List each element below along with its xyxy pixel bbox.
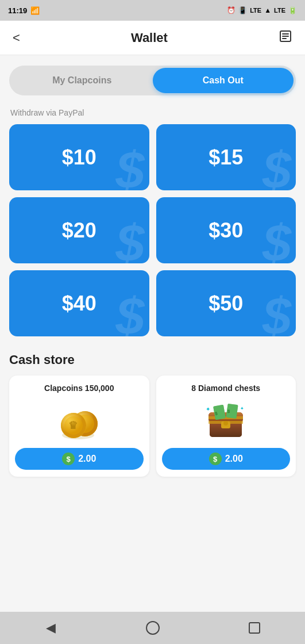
cashout-card-40[interactable]: $40 [9, 270, 149, 336]
status-icon-wave: 📶 [30, 6, 40, 15]
cashout-card-15[interactable]: $15 [156, 124, 296, 190]
status-left: 11:19 📶 [8, 6, 40, 15]
status-right: ⏰ 📳 LTE ▲ LTE 🔋 [227, 6, 297, 14]
cashout-amount-50: $50 [209, 292, 243, 316]
cash-store-title: Cash store [9, 352, 296, 367]
store-card-chests-title: 8 Diamond chests [191, 384, 260, 393]
main-content: My Clapcoins Cash Out Withdraw via PayPa… [0, 55, 305, 612]
home-nav-button[interactable] [138, 616, 167, 639]
svg-text:♛: ♛ [68, 420, 78, 431]
recent-square-icon [249, 622, 260, 634]
chests-image: $ $ ✦ ✦ [203, 400, 249, 440]
clapcoins-buy-button[interactable]: $ 2.00 [15, 448, 144, 470]
svg-text:✦: ✦ [240, 406, 244, 411]
svg-rect-17 [209, 416, 243, 419]
home-circle-icon [146, 621, 160, 635]
bottom-nav: ◀ [0, 612, 305, 644]
svg-point-19 [223, 421, 228, 425]
signal-icon: ▲ [264, 6, 271, 14]
tab-my-clapcoins[interactable]: My Clapcoins [11, 68, 153, 93]
page-title: Wallet [131, 30, 168, 45]
cashout-card-30[interactable]: $30 [156, 197, 296, 263]
dollar-icon: $ [62, 453, 75, 465]
store-card-diamond-chests: 8 Diamond chests [156, 375, 296, 477]
header: < Wallet [0, 21, 305, 55]
cashout-amount-40: $40 [62, 292, 96, 316]
cashout-amount-30: $30 [209, 218, 243, 243]
cashout-amount-20: $20 [62, 218, 96, 243]
withdraw-label: Withdraw via PayPal [9, 108, 296, 117]
chests-price: 2.00 [225, 454, 243, 464]
cashout-grid: $10 $15 $20 $30 $40 $50 [9, 124, 296, 336]
chests-buy-button[interactable]: $ 2.00 [162, 448, 291, 470]
vibrate-icon: 📳 [238, 6, 247, 14]
clapcoins-image: ♛ [56, 400, 102, 440]
cashout-card-20[interactable]: $20 [9, 197, 149, 263]
battery-icon: 🔋 [288, 6, 297, 14]
cashout-card-50[interactable]: $50 [156, 270, 296, 336]
phone-icon: LTE [250, 7, 261, 14]
back-nav-icon: ◀ [46, 620, 56, 635]
store-card-clapcoins: Clapcoins 150,000 ♛ [9, 375, 149, 477]
list-icon[interactable] [275, 26, 296, 49]
cashout-amount-15: $15 [209, 145, 243, 170]
svg-text:✦: ✦ [206, 406, 210, 412]
back-button[interactable]: < [9, 27, 24, 49]
tab-switcher: My Clapcoins Cash Out [9, 66, 296, 95]
status-time: 11:19 [8, 6, 27, 15]
alarm-icon: ⏰ [227, 6, 235, 14]
clapcoins-price: 2.00 [78, 454, 96, 464]
status-bar: 11:19 📶 ⏰ 📳 LTE ▲ LTE 🔋 [0, 0, 305, 21]
cashout-card-10[interactable]: $10 [9, 124, 149, 190]
recent-nav-button[interactable] [240, 616, 269, 639]
store-card-clapcoins-title: Clapcoins 150,000 [44, 384, 114, 393]
back-nav-button[interactable]: ◀ [37, 616, 65, 639]
lte-icon: LTE [274, 7, 285, 14]
dollar-icon-2: $ [209, 453, 222, 465]
cashout-amount-10: $10 [62, 145, 96, 170]
tab-cash-out[interactable]: Cash Out [153, 68, 294, 93]
store-grid: Clapcoins 150,000 ♛ [9, 375, 296, 477]
